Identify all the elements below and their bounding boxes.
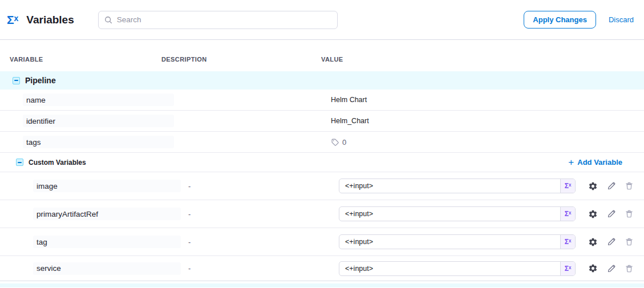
column-header-value: VALUE xyxy=(321,56,644,63)
table-row: image - <+input> Σˣ xyxy=(0,172,644,200)
settings-gear-icon[interactable] xyxy=(588,263,598,273)
variable-name-pill: service xyxy=(33,262,181,275)
expression-sigma-icon[interactable]: Σˣ xyxy=(560,235,575,249)
variable-name-pill: primaryArtifactRef xyxy=(33,208,181,220)
table-header: VARIABLE DESCRIPTION VALUE xyxy=(0,40,644,71)
edit-pencil-icon[interactable] xyxy=(607,209,616,218)
collapse-pipeline-icon[interactable] xyxy=(13,77,20,84)
value-input[interactable]: <+input> Σˣ xyxy=(339,179,576,193)
pipeline-section-row: Pipeline xyxy=(0,71,644,90)
next-section-row-peek xyxy=(0,283,644,287)
variable-name-pill: name xyxy=(23,94,174,106)
search-icon xyxy=(104,16,112,24)
variable-name-pill: tag xyxy=(33,236,181,248)
edit-pencil-icon[interactable] xyxy=(607,181,616,190)
column-header-variable: VARIABLE xyxy=(0,56,161,63)
column-header-description: DESCRIPTION xyxy=(161,56,321,63)
top-toolbar: Σˣ Variables Apply Changes Discard xyxy=(0,0,644,40)
variable-value: Helm_Chart xyxy=(319,117,369,125)
description-dash: - xyxy=(188,182,191,190)
value-input[interactable]: <+input> Σˣ xyxy=(339,206,576,221)
expression-sigma-icon[interactable]: Σˣ xyxy=(560,262,575,275)
table-row: primaryArtifactRef - <+input> Σˣ xyxy=(0,200,644,228)
delete-trash-icon[interactable] xyxy=(625,264,634,273)
add-variable-button[interactable]: + Add Variable xyxy=(568,157,644,167)
value-input[interactable]: <+input> Σˣ xyxy=(339,261,576,276)
table-row: service - <+input> Σˣ xyxy=(0,256,644,281)
table-row: tag - <+input> Σˣ xyxy=(0,228,644,256)
discard-button[interactable]: Discard xyxy=(609,15,634,24)
apply-changes-button[interactable]: Apply Changes xyxy=(524,11,596,29)
variable-name-pill: identifier xyxy=(23,115,174,127)
settings-gear-icon[interactable] xyxy=(588,181,598,191)
description-dash: - xyxy=(188,210,191,218)
table-row: name Helm Chart xyxy=(0,90,644,111)
delete-trash-icon[interactable] xyxy=(625,181,634,190)
pipeline-section-label: Pipeline xyxy=(25,76,56,85)
value-input[interactable]: <+input> Σˣ xyxy=(339,234,576,249)
collapse-custom-variables-icon[interactable] xyxy=(16,159,23,166)
variables-sigma-icon: Σˣ xyxy=(7,14,18,26)
settings-gear-icon[interactable] xyxy=(588,237,598,247)
custom-variables-label: Custom Variables xyxy=(29,159,86,167)
custom-variables-section-row: Custom Variables + Add Variable xyxy=(0,153,644,172)
table-row: tags 0 xyxy=(0,132,644,153)
tag-icon xyxy=(331,138,339,147)
variable-name-pill: tags xyxy=(23,136,174,148)
plus-icon: + xyxy=(568,157,574,167)
search-input[interactable] xyxy=(117,15,331,24)
tags-count: 0 xyxy=(342,138,346,147)
description-dash: - xyxy=(188,238,191,246)
settings-gear-icon[interactable] xyxy=(588,209,598,219)
search-box[interactable] xyxy=(98,11,338,29)
expression-sigma-icon[interactable]: Σˣ xyxy=(560,207,575,221)
description-dash: - xyxy=(188,264,191,273)
edit-pencil-icon[interactable] xyxy=(607,237,616,246)
delete-trash-icon[interactable] xyxy=(625,237,634,246)
table-row: identifier Helm_Chart xyxy=(0,111,644,132)
variable-name-pill: image xyxy=(33,180,181,192)
expression-sigma-icon[interactable]: Σˣ xyxy=(560,179,575,193)
variable-value: Helm Chart xyxy=(319,96,367,104)
page-title: Variables xyxy=(26,14,74,26)
delete-trash-icon[interactable] xyxy=(625,209,634,218)
edit-pencil-icon[interactable] xyxy=(607,264,616,273)
